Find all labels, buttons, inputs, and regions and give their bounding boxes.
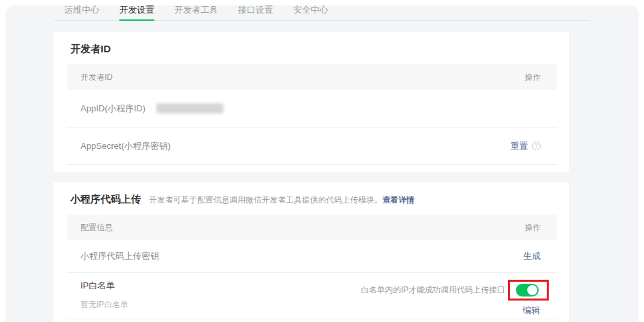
settings-tabbar: 运维中心 开发设置 开发者工具 接口设置 安全中心 (54, 0, 590, 21)
ip-whitelist-row: IP白名单 暂无IP白名单 白名单内的IP才能成功调用代码上传接口 编辑 (66, 273, 557, 319)
reset-appsecret-button[interactable]: 重置 (511, 140, 528, 152)
ip-whitelist-label: IP白名单 (80, 280, 128, 292)
header-config-label: 配置信息 (80, 222, 113, 233)
header-action-label: 操作 (525, 72, 541, 83)
row-divider (67, 164, 557, 165)
appid-value-redacted (156, 103, 223, 113)
appsecret-row: AppSecret(小程序密钥) 重置 ? (66, 127, 557, 164)
ip-whitelist-hint: 白名单内的IP才能成功调用代码上传接口 (361, 284, 505, 296)
toggle-knob (527, 285, 537, 295)
ip-whitelist-toggle-icon[interactable] (516, 284, 539, 297)
tab-dev-settings[interactable]: 开发设置 (119, 0, 154, 21)
upload-key-row: 小程序代码上传密钥 生成 (66, 240, 557, 272)
header-name-label: 开发者ID (80, 72, 113, 83)
ip-whitelist-empty-text: 暂无IP白名单 (80, 299, 128, 311)
help-icon[interactable]: ? (532, 142, 541, 150)
tab-dev-tools[interactable]: 开发者工具 (174, 0, 218, 21)
code-upload-card: 小程序代码上传 开发者可基于配置信息调用微信开发者工具提供的代码上传模块。 查看… (54, 182, 569, 322)
developer-id-card: 开发者ID 开发者ID 操作 AppID(小程序ID) AppSecret(小程… (54, 32, 569, 172)
tab-security-center[interactable]: 安全中心 (293, 0, 328, 21)
generate-key-button[interactable]: 生成 (523, 250, 541, 262)
upload-key-label: 小程序代码上传密钥 (80, 250, 159, 262)
developer-id-table-header: 开发者ID 操作 (67, 64, 557, 90)
tab-ops-center[interactable]: 运维中心 (64, 0, 99, 21)
edit-ip-whitelist-button[interactable]: 编辑 (523, 305, 540, 317)
appid-label: AppID(小程序ID) (80, 103, 146, 115)
row-divider (67, 319, 557, 319)
tab-api-settings[interactable]: 接口设置 (238, 0, 273, 21)
config-table-header: 配置信息 操作 (67, 215, 557, 240)
appid-row: AppID(小程序ID) (66, 90, 557, 127)
appsecret-label: AppSecret(小程序密钥) (80, 140, 170, 152)
highlight-box (508, 280, 549, 301)
code-upload-description: 开发者可基于配置信息调用微信开发者工具提供的代码上传模块。 (149, 195, 382, 206)
view-details-link[interactable]: 查看详情 (382, 195, 415, 206)
header-action-label: 操作 (525, 222, 541, 233)
developer-id-title: 开发者ID (70, 43, 111, 56)
code-upload-title: 小程序代码上传 (70, 193, 141, 206)
